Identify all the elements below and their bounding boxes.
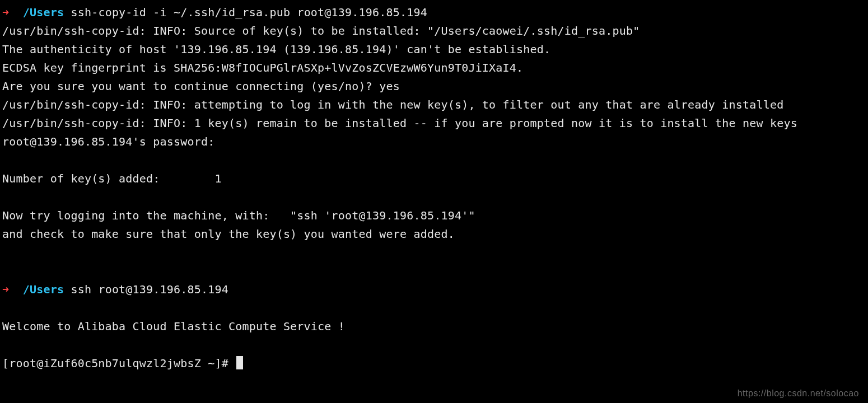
output-line: /usr/bin/ssh-copy-id: INFO: 1 key(s) rem… (2, 116, 797, 130)
output-line: ECDSA key fingerprint is SHA256:W8fIOCuP… (2, 61, 523, 74)
watermark-text: https://blog.csdn.net/solocao (738, 388, 859, 399)
command-text: ssh root@139.196.85.194 (71, 283, 228, 296)
command-text: ssh-copy-id -i ~/.ssh/id_rsa.pub root@13… (71, 6, 427, 19)
output-line: /usr/bin/ssh-copy-id: INFO: attempting t… (2, 98, 783, 111)
output-line: root@139.196.85.194's password: (2, 135, 214, 148)
output-line: and check to make sure that only the key… (2, 227, 455, 241)
prompt-arrow-icon: ➜ (2, 6, 9, 19)
output-line: /usr/bin/ssh-copy-id: INFO: Source of ke… (2, 24, 640, 38)
output-line: Are you sure you want to continue connec… (2, 79, 400, 93)
remote-shell-prompt[interactable]: [root@iZuf60c5nb7ulqwzl2jwbsZ ~]# (2, 357, 235, 370)
prompt-arrow-icon: ➜ (2, 283, 9, 296)
prompt-cwd: /Users (23, 283, 64, 296)
output-line: Welcome to Alibaba Cloud Elastic Compute… (2, 320, 345, 333)
output-line: The authenticity of host '139.196.85.194… (2, 43, 550, 56)
cursor-block-icon (236, 356, 243, 369)
prompt-cwd: /Users (23, 6, 64, 19)
output-line: Now try logging into the machine, with: … (2, 209, 475, 222)
terminal-output[interactable]: ➜ /Users ssh-copy-id -i ~/.ssh/id_rsa.pu… (0, 0, 868, 376)
output-line: Number of key(s) added: 1 (2, 172, 222, 185)
